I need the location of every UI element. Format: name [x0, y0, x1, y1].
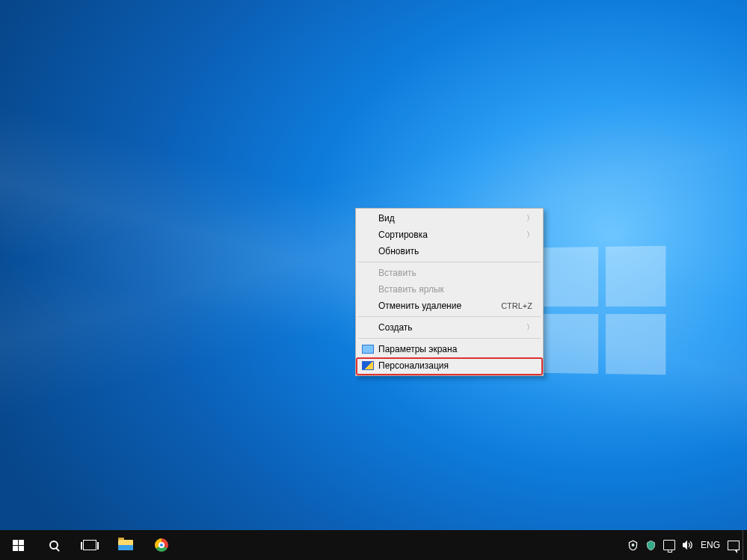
desktop-context-menu: Вид 〉 Сортировка 〉 Обновить Вставить Вст…: [355, 208, 544, 376]
menu-item-refresh[interactable]: Обновить: [357, 243, 541, 259]
windows-logo-wallpaper: [540, 246, 665, 375]
windows-icon: [13, 540, 24, 551]
display-icon: [362, 345, 374, 354]
task-view-button[interactable]: [72, 530, 108, 560]
menu-separator: [358, 262, 541, 262]
system-tray: ENG: [624, 530, 747, 560]
monitor-icon: [663, 540, 675, 550]
start-button[interactable]: [0, 530, 36, 560]
svg-point-0: [633, 544, 635, 546]
menu-separator: [358, 338, 541, 339]
menu-item-undo-delete[interactable]: Отменить удаление CTRL+Z: [357, 298, 541, 314]
taskbar-app-chrome[interactable]: [144, 530, 179, 560]
menu-item-view[interactable]: Вид 〉: [357, 210, 541, 227]
menu-item-sort[interactable]: Сортировка 〉: [357, 227, 541, 243]
tray-security-icon[interactable]: [624, 530, 642, 560]
menu-item-display-settings[interactable]: Параметры экрана: [357, 341, 541, 357]
desktop[interactable]: Вид 〉 Сортировка 〉 Обновить Вставить Вст…: [0, 0, 747, 560]
menu-item-paste: Вставить: [357, 265, 541, 281]
tray-language-indicator[interactable]: ENG: [696, 530, 725, 560]
search-button[interactable]: [36, 530, 72, 560]
menu-item-new[interactable]: Создать 〉: [357, 319, 541, 336]
taskbar-left: [0, 530, 179, 560]
chevron-right-icon: 〉: [526, 230, 534, 240]
menu-separator: [358, 316, 541, 317]
tray-antivirus-icon[interactable]: [642, 530, 660, 560]
tray-network-icon[interactable]: [660, 530, 678, 560]
tray-volume-icon[interactable]: [678, 530, 696, 560]
notification-icon: [728, 541, 740, 550]
menu-item-paste-shortcut: Вставить ярлык: [357, 281, 541, 298]
search-icon: [49, 541, 58, 550]
chevron-right-icon: 〉: [526, 322, 534, 333]
task-view-icon: [83, 540, 96, 550]
personalize-icon: [362, 361, 374, 370]
menu-item-personalize[interactable]: Персонализация: [357, 357, 541, 374]
folder-icon: [118, 540, 133, 550]
shortcut-label: CTRL+Z: [501, 301, 532, 310]
chevron-right-icon: 〉: [526, 213, 534, 224]
taskbar-app-file-explorer[interactable]: [108, 530, 144, 560]
show-desktop-button[interactable]: [743, 530, 747, 560]
chrome-icon: [155, 538, 168, 552]
tray-action-center[interactable]: [725, 530, 743, 560]
taskbar: ENG: [0, 530, 747, 560]
